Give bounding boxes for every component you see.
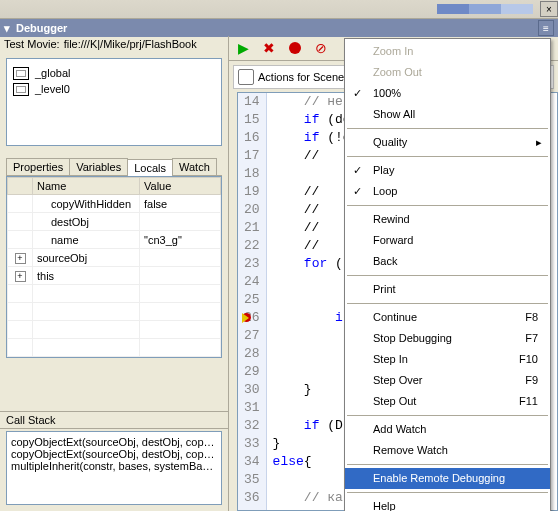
window-titlebar: ×: [0, 0, 558, 19]
object-tree[interactable]: _global _level0: [6, 58, 222, 146]
menu-step-out[interactable]: Step OutF11: [345, 391, 550, 412]
panel-options-button[interactable]: ≡: [538, 20, 554, 36]
collapse-icon[interactable]: ▾: [4, 22, 12, 35]
tab-watch[interactable]: Watch: [172, 158, 217, 175]
var-tabs: Properties Variables Locals Watch: [6, 158, 222, 176]
breakpoint-button[interactable]: [287, 40, 303, 56]
callstack-item[interactable]: copyObjectExt(sourceObj, destObj, copy..…: [11, 436, 217, 448]
table-row[interactable]: copyWithHiddenfalse: [8, 195, 221, 213]
object-icon: [13, 83, 29, 96]
table-row[interactable]: destObj: [8, 213, 221, 231]
submenu-arrow-icon: ▸: [536, 134, 542, 151]
tree-item[interactable]: _global: [13, 65, 215, 81]
panel-title-bar: ▾Debugger ≡: [0, 19, 558, 37]
continue-button[interactable]: ▶: [235, 40, 251, 56]
test-movie-path: file:///K|/Mike/prj/FlashBook: [64, 38, 197, 50]
menu-remove-watch[interactable]: Remove Watch: [345, 440, 550, 461]
callstack-item[interactable]: multipleInherit(constr, bases, systemBas…: [11, 460, 217, 472]
col-name[interactable]: Name: [33, 178, 140, 195]
table-row[interactable]: +this: [8, 267, 221, 285]
test-movie-label: Test Movie:: [4, 38, 60, 50]
tree-label: _global: [35, 67, 70, 79]
check-icon: ✓: [353, 85, 362, 102]
table-row[interactable]: name"cn3_g": [8, 231, 221, 249]
menu-help[interactable]: Help: [345, 496, 550, 511]
menu-stop-debugging[interactable]: Stop DebuggingF7: [345, 328, 550, 349]
menu-loop[interactable]: ✓Loop: [345, 181, 550, 202]
menu-step-over[interactable]: Step OverF9: [345, 370, 550, 391]
locals-table[interactable]: Name Value copyWithHiddenfalsedestObjnam…: [6, 176, 222, 358]
menu-print[interactable]: Print: [345, 279, 550, 300]
menu-rewind[interactable]: Rewind: [345, 209, 550, 230]
menu-zoom-out: Zoom Out: [345, 62, 550, 83]
panel-title: Debugger: [16, 22, 67, 34]
expand-icon[interactable]: +: [15, 271, 26, 282]
breakpoint-remove-button[interactable]: ⊘: [313, 40, 329, 56]
tree-item[interactable]: _level0: [13, 81, 215, 97]
menu-continue[interactable]: ContinueF8: [345, 307, 550, 328]
tree-label: _level0: [35, 83, 70, 95]
menu-play[interactable]: ✓Play: [345, 160, 550, 181]
tab-variables[interactable]: Variables: [69, 158, 128, 175]
actions-label: Actions for Scene: [258, 71, 344, 83]
actions-icon: [238, 69, 254, 85]
callstack-title: Call Stack: [0, 411, 228, 429]
stop-button[interactable]: ✖: [261, 40, 277, 56]
col-value[interactable]: Value: [140, 178, 221, 195]
menu-quality[interactable]: Quality▸: [345, 132, 550, 153]
check-icon: ✓: [353, 183, 362, 200]
tab-locals[interactable]: Locals: [127, 159, 173, 176]
tab-properties[interactable]: Properties: [6, 158, 70, 175]
context-menu: Zoom In Zoom Out ✓100% Show All Quality▸…: [344, 38, 551, 511]
check-icon: ✓: [353, 162, 362, 179]
menu-forward[interactable]: Forward: [345, 230, 550, 251]
menu-100[interactable]: ✓100%: [345, 83, 550, 104]
menu-show-all[interactable]: Show All: [345, 104, 550, 125]
test-movie-row: Test Movie: file:///K|/Mike/prj/FlashBoo…: [0, 36, 228, 52]
menu-zoom-in: Zoom In: [345, 41, 550, 62]
callstack-list[interactable]: copyObjectExt(sourceObj, destObj, copy..…: [6, 431, 222, 505]
menu-step-in[interactable]: Step InF10: [345, 349, 550, 370]
expand-icon[interactable]: +: [15, 253, 26, 264]
object-icon: [13, 67, 29, 80]
col-expand: [8, 178, 33, 195]
close-button[interactable]: ×: [540, 1, 558, 17]
menu-back[interactable]: Back: [345, 251, 550, 272]
callstack-item[interactable]: copyObjectExt(sourceObj, destObj, copy..…: [11, 448, 217, 460]
menu-enable-remote-debugging[interactable]: Enable Remote Debugging: [345, 468, 550, 489]
table-row[interactable]: +sourceObj: [8, 249, 221, 267]
menu-add-watch[interactable]: Add Watch: [345, 419, 550, 440]
